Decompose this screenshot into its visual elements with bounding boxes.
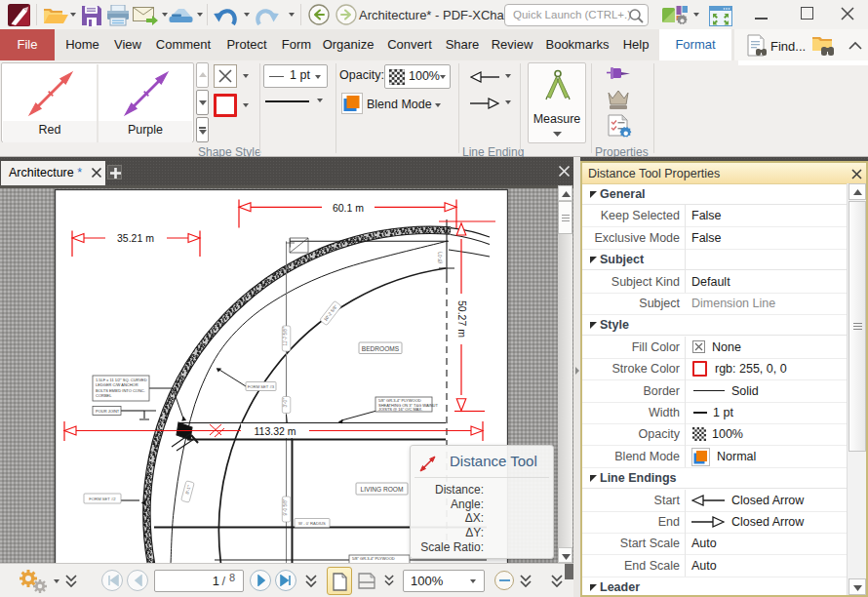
svg-text:BEDROOMS: BEDROOMS	[362, 345, 400, 352]
svg-text:1.5LF x 11 1/2" SQ. CURVED: 1.5LF x 11 1/2" SQ. CURVED	[96, 378, 147, 382]
svg-text:BOLTS EMB'D INTO CONC.: BOLTS EMB'D INTO CONC.	[96, 388, 145, 393]
svg-text:60.1 m: 60.1 m	[333, 202, 364, 214]
svg-text:35.21 m: 35.21 m	[117, 232, 154, 244]
svg-text:11'-7 5/8": 11'-7 5/8"	[283, 327, 288, 345]
svg-text:FORM SET #3: FORM SET #3	[248, 384, 275, 389]
svg-text:5/8" GR.3-4" PLYWOOD: 5/8" GR.3-4" PLYWOOD	[352, 556, 395, 561]
svg-text:50.27 m: 50.27 m	[456, 300, 468, 338]
svg-text:3'-0": 3'-0"	[283, 398, 288, 408]
svg-text:CORBEL: CORBEL	[96, 393, 112, 398]
svg-text:9'-0 5/8": 9'-0 5/8"	[283, 498, 288, 515]
svg-text:FORM SET #2: FORM SET #2	[89, 497, 116, 501]
svg-text:JOISTS @ 16" O/C MAX.: JOISTS @ 16" O/C MAX.	[378, 407, 422, 412]
svg-text:LIVING ROOM: LIVING ROOM	[361, 486, 404, 493]
svg-text:POUR JOINT: POUR JOINT	[96, 409, 120, 414]
svg-text:(8'-0"): (8'-0")	[438, 251, 443, 263]
svg-text:W - 0' RADIUS: W - 0' RADIUS	[298, 521, 326, 526]
svg-text:LEDGER C/W ANCHOR: LEDGER C/W ANCHOR	[96, 382, 138, 387]
svg-text:113.32 m: 113.32 m	[255, 425, 296, 437]
